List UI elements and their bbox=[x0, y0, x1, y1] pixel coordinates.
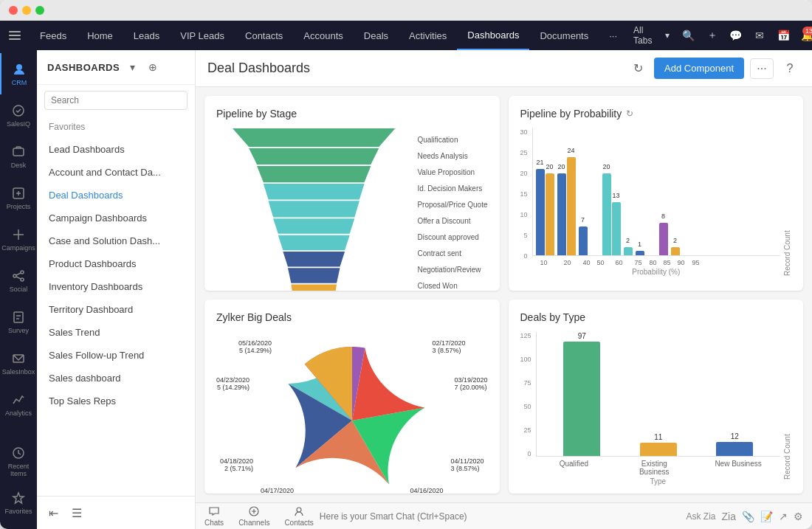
add-component-button[interactable]: Add Component bbox=[654, 58, 744, 79]
projects-label: Projects bbox=[7, 203, 31, 210]
mail-icon[interactable]: ✉ bbox=[749, 24, 771, 47]
bottom-tab-contacts[interactable]: Contacts bbox=[284, 505, 313, 527]
bar-group-75: 2 bbox=[624, 247, 633, 255]
svg-marker-26 bbox=[278, 235, 350, 251]
sidebar-item-projects[interactable]: Projects bbox=[0, 177, 37, 218]
prob-refresh-icon[interactable]: ↻ bbox=[626, 108, 633, 119]
bottom-icon-3[interactable]: 📝 bbox=[760, 511, 773, 522]
svg-point-11 bbox=[21, 278, 24, 281]
notification-icon[interactable]: 🔔 13 bbox=[796, 24, 812, 47]
tab-activities[interactable]: Activities bbox=[399, 21, 457, 50]
pie-label-0418: 04/18/20202 (5.71%) bbox=[220, 457, 253, 472]
nav-footer-collapse[interactable]: ⇤ bbox=[43, 502, 63, 523]
sidebar-item-desk[interactable]: Desk bbox=[0, 136, 37, 177]
bottom-icon-5[interactable]: ⚙ bbox=[794, 511, 803, 522]
bar-10-2: 20 bbox=[546, 173, 554, 255]
bottom-icon-4[interactable]: ↗ bbox=[779, 511, 788, 522]
tab-feeds[interactable]: Feeds bbox=[30, 21, 77, 50]
sidebar-item-social[interactable]: Social bbox=[0, 260, 37, 301]
sidebar-item-recent[interactable]: Recent Items bbox=[0, 440, 37, 482]
tab-leads[interactable]: Leads bbox=[123, 21, 170, 50]
nav-item-deal-dashboards[interactable]: Deal Dashboards bbox=[37, 184, 195, 207]
tab-deals[interactable]: Deals bbox=[354, 21, 399, 50]
help-button[interactable]: ? bbox=[780, 58, 800, 79]
prob-y-label: Record Count bbox=[783, 128, 791, 276]
bar-60-1: 20 bbox=[602, 173, 611, 255]
nav-item-campaign[interactable]: Campaign Dashboards bbox=[37, 207, 195, 229]
svg-marker-22 bbox=[257, 166, 371, 182]
nav-footer-list[interactable]: ☰ bbox=[66, 502, 87, 523]
sidebar-bottom: Recent Items Favorites bbox=[0, 440, 37, 529]
pie-container: 02/17/20203 (8.57%) 03/19/20207 (20.00%)… bbox=[216, 332, 488, 494]
chat-icon[interactable]: 💬 bbox=[725, 24, 747, 47]
smart-chat-input[interactable] bbox=[320, 511, 681, 522]
deals-bar-new: 12 bbox=[716, 432, 753, 456]
funnel-label-won: Closed Won bbox=[417, 282, 487, 290]
bottom-icons: Zia 📎 📝 ↗ ⚙ bbox=[722, 511, 803, 522]
svg-marker-24 bbox=[269, 201, 359, 217]
svg-rect-0 bbox=[9, 31, 21, 32]
prob-x-label: Probability (%) bbox=[532, 268, 780, 276]
bar-20-2: 24 bbox=[567, 157, 576, 255]
bottom-icon-2[interactable]: 📎 bbox=[742, 511, 754, 522]
bar-40-1: 7 bbox=[579, 227, 588, 255]
salesiq-label: SalesIQ bbox=[7, 120, 30, 128]
calendar-icon[interactable]: 📅 bbox=[772, 24, 794, 47]
nav-item-sales-trend[interactable]: Sales Trend bbox=[37, 321, 195, 344]
nav-item-favorites[interactable]: Favorites bbox=[37, 116, 195, 138]
bar-group-80: 1 bbox=[636, 251, 644, 255]
maximize-button[interactable] bbox=[35, 6, 44, 15]
top-navigation: Feeds Home Leads VIP Leads Contacts Acco… bbox=[0, 21, 812, 50]
nav-item-inventory[interactable]: Inventory Dashboards bbox=[37, 275, 195, 298]
sidebar-item-favorites[interactable]: Favorites bbox=[0, 482, 37, 523]
bottom-icon-1[interactable]: Zia bbox=[722, 511, 736, 522]
tab-home[interactable]: Home bbox=[77, 21, 123, 50]
sidebar-item-crm[interactable]: CRM bbox=[0, 53, 37, 94]
nav-sidebar-dropdown[interactable]: ▾ bbox=[124, 59, 140, 75]
sidebar-item-campaigns[interactable]: Campaigns bbox=[0, 218, 37, 260]
nav-item-case-solution[interactable]: Case and Solution Dash... bbox=[37, 229, 195, 252]
tab-dashboards[interactable]: Dashboards bbox=[457, 21, 529, 50]
bar-75-1: 2 bbox=[624, 247, 633, 255]
bar-60-2: 13 bbox=[612, 202, 621, 255]
sidebar-item-analytics[interactable]: Analytics bbox=[0, 384, 37, 425]
tab-accounts[interactable]: Accounts bbox=[293, 21, 353, 50]
svg-marker-19 bbox=[13, 493, 24, 503]
tab-contacts[interactable]: Contacts bbox=[235, 21, 293, 50]
nav-item-sales-dashboard[interactable]: Sales dashboard bbox=[37, 367, 195, 390]
bar-20-1: 20 bbox=[557, 173, 566, 255]
close-button[interactable] bbox=[9, 6, 18, 15]
tab-more[interactable]: ··· bbox=[599, 21, 627, 50]
add-button[interactable]: ＋ bbox=[701, 24, 723, 47]
nav-item-lead-dashboards[interactable]: Lead Dashboards bbox=[37, 138, 195, 161]
campaigns-label: Campaigns bbox=[1, 244, 35, 252]
all-tabs-button[interactable]: All Tabs ▾ bbox=[627, 22, 675, 49]
nav-item-product[interactable]: Product Dashboards bbox=[37, 252, 195, 275]
nav-item-account-contact[interactable]: Account and Contact Da... bbox=[37, 161, 195, 184]
funnel-label-value: Value Proposition bbox=[417, 168, 487, 176]
prob-bars-container: 21 20 bbox=[532, 128, 780, 256]
svg-marker-20 bbox=[233, 128, 395, 147]
tab-vip-leads[interactable]: VIP Leads bbox=[170, 21, 235, 50]
nav-search-input[interactable] bbox=[44, 91, 187, 110]
bottom-tab-channels[interactable]: Channels bbox=[238, 505, 269, 527]
svg-rect-5 bbox=[13, 148, 24, 156]
nav-item-territory[interactable]: Territory Dashboard bbox=[37, 298, 195, 321]
sidebar-item-salesinbox[interactable]: SalesInbox bbox=[0, 342, 37, 384]
search-button[interactable]: 🔍 bbox=[677, 24, 699, 47]
tab-documents[interactable]: Documents bbox=[529, 21, 599, 50]
nav-item-top-reps[interactable]: Top Sales Reps bbox=[37, 390, 195, 412]
refresh-button[interactable]: ↻ bbox=[627, 58, 648, 79]
pie-label-0417: 04/17/20205 (14.29%) bbox=[261, 487, 294, 494]
svg-rect-2 bbox=[9, 38, 21, 40]
hamburger-menu[interactable] bbox=[0, 21, 30, 50]
minimize-button[interactable] bbox=[22, 6, 31, 15]
more-options-button[interactable]: ··· bbox=[750, 58, 774, 79]
ask-zia-label[interactable]: Ask Zia bbox=[687, 511, 716, 522]
bottom-tab-chats[interactable]: Chats bbox=[204, 505, 224, 527]
sidebar-item-salesiq[interactable]: SalesIQ bbox=[0, 94, 37, 136]
nav-sidebar-add[interactable]: ⊕ bbox=[145, 59, 161, 75]
sidebar-item-survey[interactable]: Survey bbox=[0, 301, 37, 342]
nav-sidebar-footer: ⇤ ☰ bbox=[37, 496, 195, 529]
nav-item-sales-followup[interactable]: Sales Follow-up Trend bbox=[37, 344, 195, 367]
